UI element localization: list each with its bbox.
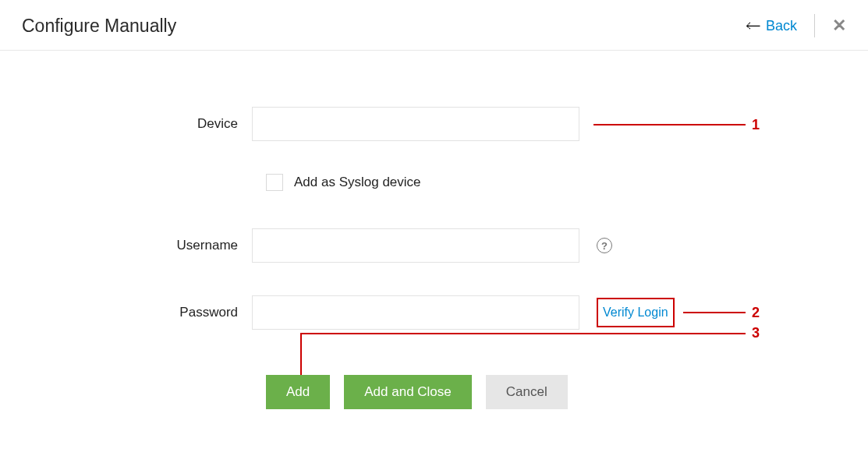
- callout-3: 3: [752, 325, 760, 341]
- add-button[interactable]: Add: [266, 375, 330, 409]
- syslog-label: Add as Syslog device: [294, 175, 421, 190]
- verify-login-link[interactable]: Verify Login: [597, 298, 675, 327]
- page-title: Configure Manually: [22, 16, 176, 37]
- syslog-checkbox[interactable]: [266, 174, 283, 191]
- back-arrow-icon: 🡐: [746, 17, 761, 35]
- close-icon[interactable]: ✕: [832, 17, 846, 34]
- username-label: Username: [0, 238, 252, 253]
- callout-2: 2: [752, 305, 760, 321]
- device-input[interactable]: [252, 107, 579, 141]
- add-and-close-button[interactable]: Add and Close: [344, 375, 472, 409]
- back-label: Back: [766, 18, 797, 34]
- password-input[interactable]: [252, 295, 579, 330]
- callout-1: 1: [752, 117, 760, 133]
- divider: [814, 14, 815, 37]
- header-actions: 🡐 Back ✕: [746, 14, 846, 37]
- username-input[interactable]: [252, 228, 579, 263]
- password-label: Password: [0, 305, 252, 320]
- cancel-button[interactable]: Cancel: [486, 375, 568, 409]
- device-label: Device: [0, 116, 252, 132]
- help-icon[interactable]: ?: [597, 238, 612, 253]
- back-link[interactable]: 🡐 Back: [746, 17, 797, 35]
